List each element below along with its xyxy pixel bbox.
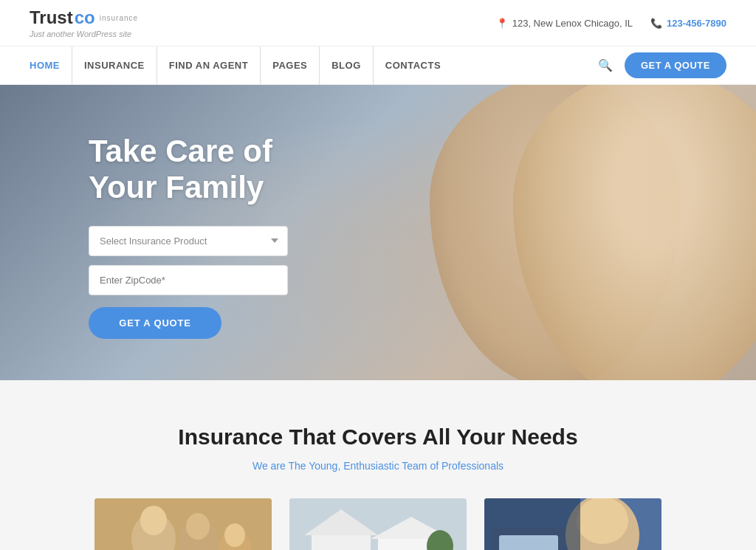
logo-insurance-label: insurance: [100, 14, 138, 22]
card-car-bg: [484, 498, 662, 550]
card-family-bg: [94, 498, 272, 550]
top-bar: Trust co insurance Just another WordPres…: [0, 0, 756, 47]
nav-item-insurance[interactable]: INSURANCE: [72, 47, 157, 85]
nav-right: 🔍 GET A QOUTE: [598, 52, 726, 78]
svg-point-4: [186, 513, 210, 540]
nav-item-find-agent[interactable]: FIND AN AGENT: [157, 47, 261, 85]
phone-icon: 📞: [650, 18, 662, 29]
cards-row: [30, 498, 726, 550]
nav-item-home[interactable]: HOME: [30, 47, 72, 85]
card-car[interactable]: [484, 498, 662, 550]
phone-number: 123-456-7890: [667, 18, 726, 29]
nav-item-blog[interactable]: BLOG: [320, 47, 374, 85]
card-house-bg: [289, 498, 467, 550]
logo-area: Trust co insurance Just another WordPres…: [30, 7, 138, 38]
svg-point-6: [224, 523, 245, 547]
svg-rect-9: [312, 535, 371, 550]
card-house[interactable]: [289, 498, 467, 550]
top-contact: 📍 123, New Lenox Chicago, IL 📞 123-456-7…: [496, 18, 726, 29]
navbar: HOME INSURANCE FIND AN AGENT PAGES BLOG …: [0, 47, 756, 85]
section-title: Insurance That Covers All Your Needs: [30, 424, 726, 450]
hero-section: Take Care of Your Family Select Insuranc…: [0, 85, 756, 380]
svg-point-19: [577, 498, 628, 544]
card-family[interactable]: [94, 498, 272, 550]
hero-content: Take Care of Your Family Select Insuranc…: [0, 126, 288, 339]
phone-info[interactable]: 📞 123-456-7890: [650, 18, 726, 29]
nav-links: HOME INSURANCE FIND AN AGENT PAGES BLOG …: [30, 47, 453, 85]
hero-title-line2: Your Family: [89, 170, 264, 204]
section-subtitle: We are The Young, Enthusiastic Team of P…: [30, 460, 726, 472]
nav-item-contacts[interactable]: CONTACTS: [374, 47, 453, 85]
location-info: 📍 123, New Lenox Chicago, IL: [496, 18, 633, 29]
insurance-product-select[interactable]: Select Insurance Product: [89, 226, 288, 256]
zipcode-input[interactable]: [89, 265, 288, 295]
location-icon: 📍: [496, 18, 508, 29]
nav-item-pages[interactable]: PAGES: [261, 47, 320, 85]
hero-title: Take Care of Your Family: [89, 134, 288, 205]
logo: Trust co insurance: [30, 7, 138, 28]
svg-point-2: [140, 506, 167, 535]
logo-trust: Trust: [30, 7, 73, 28]
search-button[interactable]: 🔍: [598, 58, 613, 72]
needs-section: Insurance That Covers All Your Needs We …: [0, 380, 756, 550]
hero-form: Select Insurance Product GET A QUOTE: [89, 226, 288, 339]
location-text: 123, New Lenox Chicago, IL: [512, 18, 633, 29]
logo-co: co: [75, 7, 95, 28]
get-quote-hero-button[interactable]: GET A QUOTE: [89, 307, 221, 339]
get-quote-nav-button[interactable]: GET A QOUTE: [625, 52, 726, 78]
hero-title-line1: Take Care of: [89, 134, 272, 168]
hero-face-right: [513, 85, 756, 380]
svg-rect-22: [499, 535, 558, 550]
logo-tagline: Just another WordPress site: [30, 30, 138, 38]
